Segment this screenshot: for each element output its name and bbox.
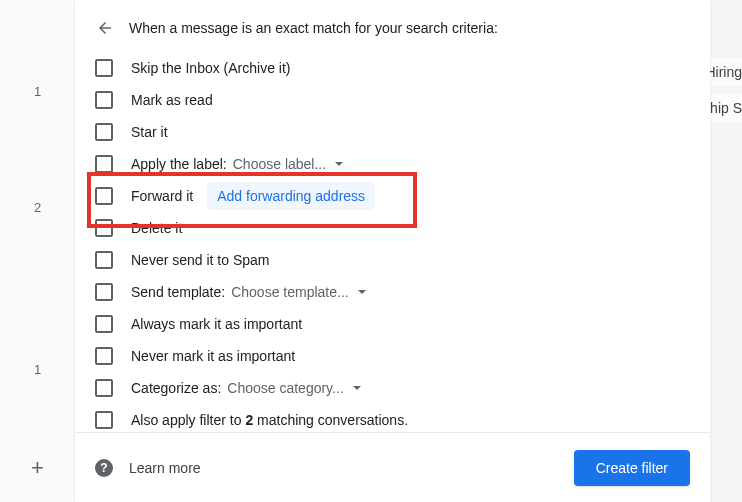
- checkbox[interactable]: [95, 59, 113, 77]
- left-gutter: 1 2 1 +: [0, 0, 75, 502]
- option-never-important: Never mark it as important: [95, 340, 690, 372]
- checkbox[interactable]: [95, 411, 113, 429]
- panel-header: When a message is an exact match for you…: [75, 0, 710, 52]
- dropdown-value: Choose category...: [227, 380, 343, 396]
- option-label: Always mark it as important: [131, 316, 302, 332]
- option-label: Send template:: [131, 284, 225, 300]
- option-label: Apply the label:: [131, 156, 227, 172]
- add-icon[interactable]: +: [0, 455, 75, 481]
- dropdown-value: Choose template...: [231, 284, 349, 300]
- checkbox[interactable]: [95, 91, 113, 109]
- template-dropdown[interactable]: Choose template...: [231, 284, 367, 300]
- option-forward: Forward it Add forwarding address: [95, 180, 690, 212]
- filter-panel: When a message is an exact match for you…: [75, 0, 710, 502]
- option-always-important: Always mark it as important: [95, 308, 690, 340]
- option-label: Categorize as:: [131, 380, 221, 396]
- checkbox[interactable]: [95, 315, 113, 333]
- help-icon[interactable]: ?: [95, 459, 113, 477]
- checkbox[interactable]: [95, 347, 113, 365]
- option-label: Also apply filter to 2 matching conversa…: [131, 412, 408, 428]
- gutter-count: 2: [0, 200, 75, 215]
- option-apply-label: Apply the label: Choose label...: [95, 148, 690, 180]
- option-never-spam: Never send it to Spam: [95, 244, 690, 276]
- checkbox[interactable]: [95, 123, 113, 141]
- chevron-down-icon: [357, 287, 367, 297]
- checkbox[interactable]: [95, 219, 113, 237]
- create-filter-button[interactable]: Create filter: [574, 450, 690, 486]
- option-delete: Delete it: [95, 212, 690, 244]
- chevron-down-icon: [334, 159, 344, 169]
- option-label: Star it: [131, 124, 168, 140]
- option-categorize: Categorize as: Choose category...: [95, 372, 690, 404]
- option-label: Skip the Inbox (Archive it): [131, 60, 291, 76]
- option-label: Never send it to Spam: [131, 252, 270, 268]
- checkbox[interactable]: [95, 251, 113, 269]
- checkbox[interactable]: [95, 187, 113, 205]
- checkbox[interactable]: [95, 379, 113, 397]
- chevron-down-icon: [352, 383, 362, 393]
- checkbox[interactable]: [95, 283, 113, 301]
- category-dropdown[interactable]: Choose category...: [227, 380, 361, 396]
- options-list: Skip the Inbox (Archive it) Mark as read…: [75, 52, 710, 436]
- back-arrow-icon[interactable]: [95, 18, 115, 38]
- option-label: Never mark it as important: [131, 348, 295, 364]
- panel-footer: ? Learn more Create filter: [75, 432, 710, 502]
- footer-left: ? Learn more: [95, 459, 201, 477]
- gutter-count: 1: [0, 362, 75, 377]
- add-forwarding-link[interactable]: Add forwarding address: [207, 182, 375, 210]
- panel-title: When a message is an exact match for you…: [129, 20, 498, 36]
- option-label: Delete it: [131, 220, 182, 236]
- dropdown-value: Choose label...: [233, 156, 326, 172]
- option-skip-inbox: Skip the Inbox (Archive it): [95, 52, 690, 84]
- learn-more-link[interactable]: Learn more: [129, 460, 201, 476]
- option-star: Star it: [95, 116, 690, 148]
- option-mark-read: Mark as read: [95, 84, 690, 116]
- option-label: Mark as read: [131, 92, 213, 108]
- option-label: Forward it: [131, 188, 193, 204]
- option-send-template: Send template: Choose template...: [95, 276, 690, 308]
- checkbox[interactable]: [95, 155, 113, 173]
- label-dropdown[interactable]: Choose label...: [233, 156, 344, 172]
- gutter-count: 1: [0, 84, 75, 99]
